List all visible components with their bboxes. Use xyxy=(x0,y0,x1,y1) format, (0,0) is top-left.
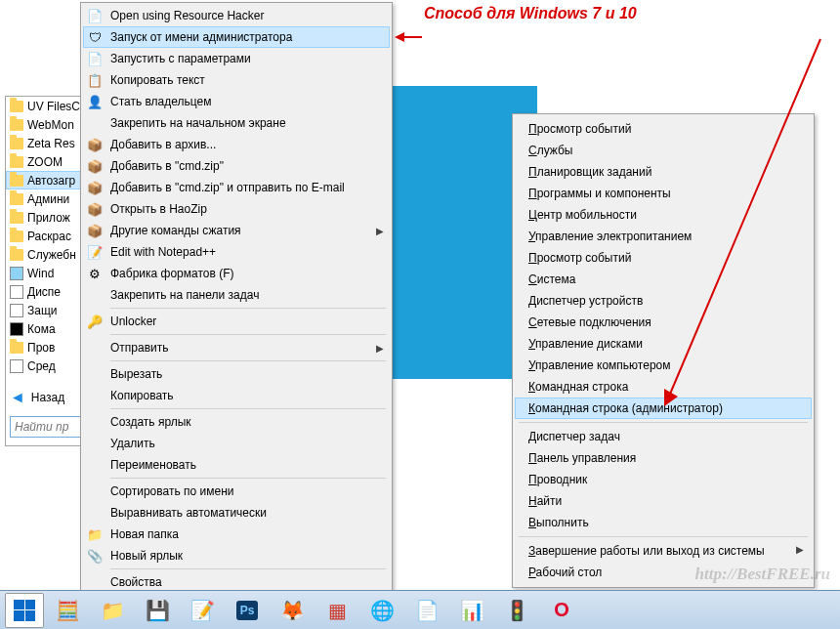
start-button[interactable] xyxy=(5,593,44,628)
menu-separator xyxy=(519,422,808,423)
folder-icon xyxy=(10,249,23,261)
context-menu-item[interactable]: Сортировать по имени xyxy=(83,481,390,502)
taskbar-traffic[interactable]: 🚦 xyxy=(495,594,538,627)
firefox-icon: 🦊 xyxy=(280,599,305,622)
sidebar-item-label: Админи xyxy=(27,192,69,206)
context-menu-item[interactable]: ⚙Фабрика форматов (F) xyxy=(83,263,390,284)
context-menu-item[interactable]: Закрепить на панели задач xyxy=(83,284,390,306)
windows-logo-icon xyxy=(14,600,35,621)
svg-marker-1 xyxy=(395,32,404,42)
context-menu-item[interactable]: 📋Копировать текст xyxy=(83,69,390,91)
menu-item-icon xyxy=(87,436,103,451)
context-menu-item[interactable]: 🛡Запуск от имени администратора xyxy=(83,26,390,48)
arrow-diagonal-icon xyxy=(656,37,822,408)
context-menu-item[interactable]: 📦Добавить в архив... xyxy=(83,134,390,155)
context-menu-item[interactable]: Создать ярлык xyxy=(83,411,390,433)
back-label: Назад xyxy=(31,391,64,404)
taskbar-lan[interactable]: ▦ xyxy=(315,594,358,627)
folder-icon xyxy=(10,231,23,242)
menu-item-label: Новая папка xyxy=(110,527,179,541)
menu-item-icon xyxy=(87,414,103,430)
context-menu-item[interactable]: Закрепить на начальном экране xyxy=(83,112,390,134)
winx-menu-item[interactable]: Завершение работы или выход из системы▶ xyxy=(515,540,812,562)
menu-separator xyxy=(110,360,386,361)
sidebar-item-label: Раскрас xyxy=(27,230,71,243)
menu-item-icon: 🔑 xyxy=(87,314,103,329)
menu-item-icon: ⚙ xyxy=(87,266,103,281)
sidebar-item-label: Автозагр xyxy=(27,174,75,188)
menu-item-icon: 📦 xyxy=(87,158,103,174)
menu-item-label: Добавить в архив... xyxy=(110,138,216,151)
context-menu-item[interactable]: 📦Другие команды сжатия▶ xyxy=(83,220,390,241)
context-menu-item[interactable]: 📦Добавить в "cmd.zip" и отправить по E-m… xyxy=(83,177,390,198)
taskbar-calc[interactable]: 🧮 xyxy=(46,594,89,627)
context-menu-item[interactable]: 📁Новая папка xyxy=(83,524,390,545)
context-menu-item[interactable]: Отправить▶ xyxy=(83,337,390,358)
taskbar-chrome[interactable]: 🌐 xyxy=(360,594,403,627)
menu-item-label: Закрепить на начальном экране xyxy=(110,116,286,130)
chrome-icon: 🌐 xyxy=(370,599,395,622)
folder-icon xyxy=(10,342,23,354)
menu-separator xyxy=(110,308,386,309)
notepad-icon: 📝 xyxy=(190,599,215,622)
menu-separator xyxy=(519,536,808,537)
gear-icon xyxy=(10,359,23,373)
menu-separator xyxy=(110,408,386,409)
context-menu-item[interactable]: Копировать xyxy=(83,385,390,406)
menu-item-label: Новый ярлык xyxy=(110,549,183,563)
menu-item-icon: 📄 xyxy=(87,51,103,66)
menu-item-label: Отправить xyxy=(110,341,169,355)
submenu-arrow-icon: ▶ xyxy=(376,343,384,354)
menu-item-icon: 📎 xyxy=(87,548,103,564)
back-arrow-icon: ◄ xyxy=(10,389,25,406)
context-menu-item[interactable]: Переименовать xyxy=(83,454,390,476)
winx-menu-item[interactable]: Выполнить xyxy=(515,512,812,533)
sidebar-item-label: ZOOM xyxy=(27,155,63,169)
context-menu-item[interactable]: Вырезать xyxy=(83,363,390,385)
ps-icon: Ps xyxy=(236,601,259,620)
winx-menu-item[interactable]: Панель управления xyxy=(515,447,812,469)
context-menu-item[interactable]: Выравнивать автоматически xyxy=(83,502,390,524)
menu-item-label: Выравнивать автоматически xyxy=(110,506,267,520)
menu-item-label: Фабрика форматов (F) xyxy=(110,267,234,280)
taskbar-explorer[interactable]: 📁 xyxy=(91,594,134,627)
context-menu-item[interactable]: 📄Запустить с параметрами xyxy=(83,48,390,69)
taskbar-photoshop[interactable]: Ps xyxy=(226,594,269,627)
context-menu-item[interactable]: 🔑Unlocker xyxy=(83,311,390,332)
sidebar-item-label: Служебн xyxy=(27,248,76,262)
taskbar-chart[interactable]: 📊 xyxy=(450,594,493,627)
menu-item-icon xyxy=(87,457,103,473)
folder-icon xyxy=(10,156,23,168)
app-icon xyxy=(10,267,23,280)
winx-menu-item[interactable]: Диспетчер задач xyxy=(515,426,812,447)
taskbar-opera[interactable]: O xyxy=(540,594,583,627)
context-menu-item[interactable]: 👤Стать владельцем xyxy=(83,91,390,112)
chart-icon xyxy=(10,285,23,299)
menu-item-icon: 📝 xyxy=(87,244,103,260)
taskbar-firefox[interactable]: 🦊 xyxy=(271,594,314,627)
context-menu-item[interactable]: 📄Open using Resource Hacker xyxy=(83,5,390,26)
context-menu-item[interactable]: 📝Edit with Notepad++ xyxy=(83,241,390,263)
submenu-arrow-icon: ▶ xyxy=(376,226,384,236)
context-menu-item[interactable]: 📦Открыть в HaoZip xyxy=(83,198,390,220)
context-menu-item[interactable]: 📎Новый ярлык xyxy=(83,545,390,566)
taskbar-sheets[interactable]: 📄 xyxy=(405,594,448,627)
menu-item-icon xyxy=(87,115,103,131)
menu-item-label: Запустить с параметрами xyxy=(110,52,251,65)
context-menu-item[interactable]: 📦Добавить в "cmd.zip" xyxy=(83,155,390,177)
taskbar-notepad[interactable]: 📝 xyxy=(181,594,224,627)
menu-item-label: Переименовать xyxy=(110,458,196,472)
menu-item-icon xyxy=(87,287,103,303)
taskbar-save[interactable]: 💾 xyxy=(136,594,179,627)
watermark-text: http://BestFREE.ru xyxy=(695,565,830,584)
menu-item-icon: 📁 xyxy=(87,526,103,542)
context-menu-item[interactable]: Удалить xyxy=(83,433,390,454)
folder-icon xyxy=(10,119,23,131)
winx-menu-item[interactable]: Проводник xyxy=(515,469,812,490)
menu-item-label: Закрепить на панели задач xyxy=(110,288,259,302)
menu-item-icon xyxy=(87,366,103,382)
menu-item-icon xyxy=(87,505,103,521)
winx-menu-item[interactable]: Найти xyxy=(515,490,812,512)
doc-icon: 📄 xyxy=(415,599,440,622)
menu-separator xyxy=(110,568,386,569)
